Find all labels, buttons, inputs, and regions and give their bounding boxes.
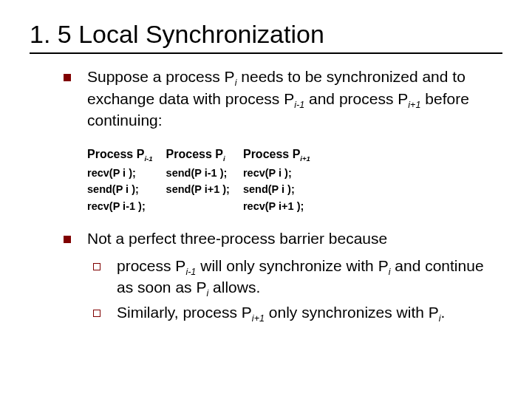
square-bullet-icon	[64, 74, 71, 81]
table-row: recv(P i-1 ); recv(P i+1 );	[87, 198, 324, 214]
bullet-1-text: Suppose a process Pi needs to be synchro…	[87, 67, 502, 130]
code-cell: recv(P i+1 );	[243, 198, 324, 214]
hollow-square-bullet-icon	[93, 310, 100, 317]
code-table: Process Pi-1 Process Pi Process Pi+1 rec…	[87, 146, 324, 214]
code-cell: recv(P i );	[87, 165, 166, 181]
table-row: recv(P i ); send(P i-1 ); recv(P i );	[87, 165, 324, 181]
sub-bullet-1: process Pi-1 will only synchronize with …	[93, 256, 502, 300]
table-row: Process Pi-1 Process Pi Process Pi+1	[87, 146, 324, 165]
hollow-square-bullet-icon	[93, 263, 100, 270]
col-header-1: Process Pi	[166, 146, 243, 165]
code-cell: send(P i-1 );	[166, 165, 243, 181]
code-cell	[166, 198, 243, 214]
bullet-2-text: Not a perfect three-process barrier beca…	[87, 229, 502, 249]
code-cell: recv(P i );	[243, 165, 324, 181]
slide: 1. 5 Local Synchronization Suppose a pro…	[0, 0, 532, 399]
bullet-2: Not a perfect three-process barrier beca…	[64, 229, 502, 249]
code-cell: send(P i );	[87, 181, 166, 197]
slide-title: 1. 5 Local Synchronization	[30, 21, 502, 54]
col-header-0: Process Pi-1	[87, 146, 166, 165]
code-cell: send(P i );	[243, 181, 324, 197]
sub-bullet-2: Similarly, process Pi+1 only synchronize…	[93, 303, 502, 324]
sub-bullet-1-text: process Pi-1 will only synchronize with …	[117, 256, 502, 300]
square-bullet-icon	[64, 236, 71, 243]
sub-bullet-2-text: Similarly, process Pi+1 only synchronize…	[117, 303, 502, 324]
code-cell: recv(P i-1 );	[87, 198, 166, 214]
col-header-2: Process Pi+1	[243, 146, 324, 165]
bullet-1: Suppose a process Pi needs to be synchro…	[64, 67, 502, 130]
code-cell: send(P i+1 );	[166, 181, 243, 197]
table-row: send(P i ); send(P i+1 ); send(P i );	[87, 181, 324, 197]
